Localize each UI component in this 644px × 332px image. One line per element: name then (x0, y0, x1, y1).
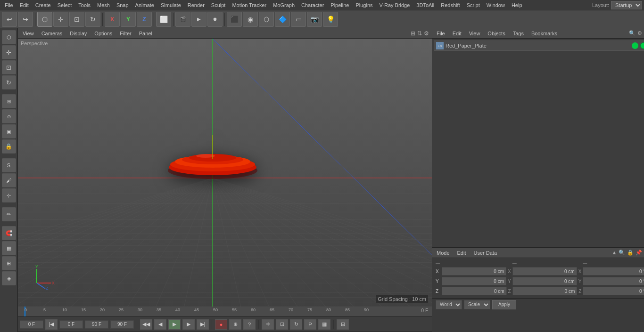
menu-snap[interactable]: Snap (114, 1, 132, 9)
live-select-button[interactable]: ⬡ (2, 30, 16, 44)
menu-script[interactable]: Script (464, 1, 483, 9)
frame-preview-input[interactable] (110, 320, 134, 329)
display-button[interactable]: ▣ (2, 124, 16, 138)
menu-mesh[interactable]: Mesh (94, 1, 113, 9)
scale-tl-button[interactable]: ⊡ (276, 319, 288, 330)
layout-select[interactable]: Startup (611, 1, 642, 9)
normals-button[interactable]: ⊙ (2, 109, 16, 123)
object-mode-button[interactable]: ⬜ (156, 12, 171, 27)
y-pos-input[interactable] (442, 277, 506, 285)
y-size-input[interactable] (512, 277, 577, 285)
go-end-button[interactable]: ▶| (197, 319, 209, 330)
render-region-button[interactable]: 🎬 (175, 12, 190, 27)
om-menu-bookmarks[interactable]: Bookmarks (529, 30, 559, 37)
menu-edit[interactable]: Edit (17, 1, 32, 9)
frame-end-input[interactable] (59, 320, 83, 329)
viewport-toggle-icon[interactable]: ⇅ (417, 30, 422, 37)
attr-pin-icon[interactable]: 📌 (636, 250, 642, 256)
attr-lock-icon[interactable]: 🔒 (627, 250, 634, 256)
object-visibility-dot[interactable] (632, 42, 638, 49)
snap-tl-button[interactable]: P (304, 319, 316, 330)
attr-menu-edit[interactable]: Edit (455, 249, 468, 257)
vp-menu-filter[interactable]: Filter (118, 30, 133, 37)
lock-button[interactable]: 🔒 (2, 139, 16, 154)
menu-character[interactable]: Character (298, 1, 327, 9)
object-render-dot[interactable] (640, 42, 644, 49)
menu-tools[interactable]: Tools (75, 1, 93, 9)
scale-button[interactable]: ⊡ (2, 60, 16, 74)
menu-vray[interactable]: V-Ray Bridge (377, 1, 413, 9)
go-start-button[interactable]: |◀ (45, 319, 58, 330)
array-button[interactable]: ⊞ (2, 256, 16, 270)
rotate-button[interactable]: ↻ (2, 75, 16, 89)
om-menu-view[interactable]: View (467, 30, 482, 37)
deformer-button[interactable]: 🔷 (275, 12, 290, 27)
menu-simulate[interactable]: Simulate (158, 1, 184, 9)
record-button[interactable]: ● (215, 319, 227, 330)
knife-button[interactable]: ⊹ (2, 188, 16, 202)
world-dropdown[interactable]: World (436, 300, 462, 309)
magnet-button[interactable]: 🧲 (2, 226, 16, 240)
x-size-input[interactable] (512, 267, 577, 275)
step-back-button[interactable]: ◀ (154, 319, 166, 330)
om-menu-edit[interactable]: Edit (451, 30, 463, 37)
rotate-tool-button[interactable]: ↻ (85, 12, 100, 27)
menu-animate[interactable]: Animate (132, 1, 157, 9)
timeline-ruler[interactable]: 0 5 10 15 20 25 30 35 40 45 50 55 60 65 … (18, 307, 432, 317)
om-menu-objects[interactable]: Objects (486, 30, 507, 37)
om-menu-tags[interactable]: Tags (511, 30, 526, 37)
menu-help[interactable]: Help (509, 1, 525, 9)
apply-button[interactable]: Apply (492, 300, 516, 309)
polygon-pen-button[interactable]: ◈ (2, 271, 16, 285)
menu-pipeline[interactable]: Pipeline (328, 1, 352, 9)
play-button[interactable]: ▶ (168, 319, 181, 330)
menu-sculpt[interactable]: Sculpt (208, 1, 229, 9)
om-menu-file[interactable]: File (435, 30, 447, 37)
x-axis-button[interactable]: X (105, 12, 120, 27)
filter-icon[interactable]: ⚙ (637, 30, 642, 36)
vp-menu-view[interactable]: View (21, 30, 36, 37)
vp-menu-panel[interactable]: Panel (137, 30, 154, 37)
vp-menu-display[interactable]: Display (68, 30, 89, 37)
menu-file[interactable]: File (2, 1, 16, 9)
scale-dropdown[interactable]: Scale (464, 300, 490, 309)
viewport-maximize-icon[interactable]: ⊞ (411, 30, 415, 37)
attr-arrow-icon[interactable]: ▲ (611, 250, 617, 256)
menu-select[interactable]: Select (55, 1, 75, 9)
x-pos-input[interactable] (442, 267, 506, 275)
motion-clip-button[interactable]: ? (243, 319, 256, 330)
attr-menu-mode[interactable]: Mode (435, 249, 452, 257)
autokey-button[interactable]: ⊕ (229, 319, 241, 330)
frame-total-input[interactable] (85, 320, 108, 329)
timeline-view-button[interactable]: ⊞ (337, 319, 349, 330)
menu-redshift[interactable]: Redshift (438, 1, 462, 9)
redo-button[interactable]: ↪ (18, 12, 33, 27)
camera-button[interactable]: 📷 (307, 12, 322, 27)
menu-create[interactable]: Create (33, 1, 54, 9)
menu-window[interactable]: Window (484, 1, 508, 9)
menu-3dtoall[interactable]: 3DToAll (413, 1, 437, 9)
spline-button[interactable]: ◉ (243, 12, 258, 27)
z-axis-button[interactable]: Z (137, 12, 152, 27)
select-tool-button[interactable]: ⬡ (37, 12, 52, 27)
go-prev-button[interactable]: ◀◀ (140, 319, 152, 330)
y-rot-input[interactable] (583, 277, 644, 285)
plate-object[interactable] (165, 135, 260, 183)
object-row-plate[interactable]: Lo Red_Paper_Plate (434, 40, 644, 51)
search-icon[interactable]: 🔍 (629, 30, 636, 36)
attr-search-icon[interactable]: 🔍 (619, 250, 625, 256)
floor-button[interactable]: ▭ (291, 12, 306, 27)
frame-start-input[interactable] (20, 320, 43, 329)
move-button[interactable]: ✛ (2, 45, 16, 59)
subdivision-button[interactable]: ⬡ (259, 12, 274, 27)
move-tool-button[interactable]: ✛ (53, 12, 68, 27)
paint-button[interactable]: 🖌 (2, 173, 16, 187)
menu-plugins[interactable]: Plugins (353, 1, 375, 9)
grid-button[interactable]: ▦ (2, 241, 16, 255)
object-axis-button[interactable]: ⊞ (2, 94, 16, 108)
z-size-input[interactable] (512, 287, 578, 295)
z-rot-input[interactable] (583, 287, 644, 295)
menu-motion-tracker[interactable]: Motion Tracker (229, 1, 269, 9)
move-tl-button[interactable]: ✛ (262, 319, 274, 330)
menu-render[interactable]: Render (185, 1, 207, 9)
